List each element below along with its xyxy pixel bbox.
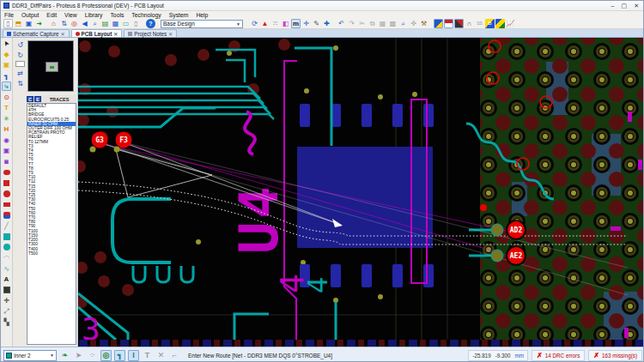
rotation-angle-field[interactable] <box>15 61 25 67</box>
make-device-icon[interactable]: ⚒ <box>419 19 428 28</box>
text-filter-icon[interactable]: T <box>142 350 153 361</box>
menu-help[interactable]: Help <box>196 12 208 18</box>
menu-technology[interactable]: Technology <box>131 12 161 18</box>
rotate-ccw-icon[interactable]: ↺ <box>15 40 25 49</box>
redo-icon[interactable]: ↷ <box>347 19 356 28</box>
tab-close-icon[interactable]: ✕ <box>113 31 118 37</box>
menu-system[interactable]: System <box>169 12 189 18</box>
tab-project-notes[interactable]: Project Notes ✕ <box>124 29 177 37</box>
2d-arc-mode-icon[interactable]: ◠ <box>2 253 11 262</box>
selection-mode-icon[interactable]: ➤ <box>0 37 13 50</box>
pcb-canvas[interactable]: U4 4 4 3 <box>78 38 644 347</box>
menu-edit[interactable]: Edit <box>46 12 57 18</box>
metric-toggle[interactable]: m <box>291 19 301 28</box>
terminal-icon[interactable]: ▭ <box>121 19 131 28</box>
menu-library[interactable]: Library <box>85 12 103 18</box>
diff-pair-icon[interactable] <box>444 19 453 28</box>
smd-pad-circle-icon[interactable] <box>2 189 11 198</box>
trace-angle-icon[interactable] <box>454 19 464 28</box>
square-pad-mode-icon[interactable]: ▣ <box>2 146 11 155</box>
new-project-icon[interactable]: ▯ <box>3 19 13 28</box>
grid-toggle-icon[interactable]: ⁙ <box>270 19 280 28</box>
route-mode-icon[interactable]: ⤷ <box>2 81 11 91</box>
edit-style-button[interactable]: E <box>34 96 41 102</box>
close-icon[interactable]: ✕ <box>634 2 639 10</box>
block-rotate-icon[interactable]: ▩ <box>388 19 398 28</box>
drc-icon[interactable] <box>434 19 443 28</box>
library-icon[interactable]: ▤ <box>100 19 110 28</box>
via-mode-icon[interactable]: ⊙ <box>2 93 11 102</box>
drc-error-indicator[interactable]: ✗ 14 DRC errors <box>532 350 585 361</box>
zone-filter-icon[interactable]: ✕ <box>155 350 167 361</box>
selection-filter-icon[interactable]: ➤ <box>73 350 84 361</box>
overview-minimap[interactable] <box>27 40 74 92</box>
create-style-button[interactable]: C <box>27 96 33 102</box>
dil-pad-mode-icon[interactable]: ◙ <box>2 157 11 166</box>
pick-icon[interactable]: ✜ <box>409 19 418 28</box>
minimize-icon[interactable]: – <box>611 2 615 10</box>
menu-output[interactable]: Output <box>21 12 39 18</box>
component-transfer-icon[interactable]: ⇅ <box>59 19 69 28</box>
menu-tools[interactable]: Tools <box>110 12 124 18</box>
redraw-icon[interactable]: ⟳ <box>250 19 259 28</box>
pin-mode-icon[interactable]: T <box>2 103 11 112</box>
track-mode-icon[interactable]: ┓ <box>2 71 11 81</box>
tab-close-icon[interactable]: ✕ <box>61 31 65 37</box>
snap-icon[interactable]: ✚ <box>322 19 331 28</box>
notes-page-icon[interactable]: ▯ <box>131 19 141 28</box>
menu-view[interactable]: View <box>64 12 77 18</box>
marker-mode-icon[interactable]: ✛ <box>2 296 11 305</box>
highlight-mode-icon[interactable]: H <box>2 124 11 134</box>
pencil-icon[interactable]: ✎ <box>312 19 321 28</box>
pad-filter-icon[interactable]: ⁘ <box>87 350 98 361</box>
length-match-icon[interactable]: SS <box>475 19 484 28</box>
dimension-mode-icon[interactable]: ⤢ <box>2 307 11 317</box>
layer-selector[interactable]: Inner 2 ▼ <box>3 350 57 361</box>
import-icon[interactable]: ➜ <box>34 19 44 28</box>
net-highlight-icon[interactable]: ∩ <box>465 19 474 28</box>
2d-box-mode-icon[interactable] <box>2 232 11 241</box>
round-pad-mode-icon[interactable]: ◉ <box>2 136 11 145</box>
design-selector[interactable]: Base Design ▼ <box>161 20 243 28</box>
corner-mode-icon[interactable]: ⌐ <box>169 350 180 361</box>
3d-visualizer-icon[interactable] <box>495 19 505 28</box>
2d-line-mode-icon[interactable]: ╱ <box>2 221 11 231</box>
trace-style-list[interactable]: DEFAULT4THBRIDGEEUROCIRCUITS 0.25INNER 5… <box>27 103 76 345</box>
false-origin-icon[interactable]: ✛ <box>301 19 311 28</box>
smd-pad-rect-icon[interactable] <box>2 200 11 209</box>
2d-symbol-mode-icon[interactable] <box>2 286 11 295</box>
chip-icon[interactable]: ▦ <box>111 19 120 28</box>
cut-icon[interactable]: ✂ <box>357 19 367 28</box>
smd-pad-rounded-icon[interactable] <box>2 167 11 177</box>
search-icon[interactable]: ⌕ <box>90 19 100 28</box>
help-icon[interactable]: ? <box>146 19 155 28</box>
rotate-cw-icon[interactable]: ↻ <box>15 51 25 59</box>
component-mode-icon[interactable]: ◆ <box>2 50 11 59</box>
home-icon[interactable]: ⌂ <box>49 19 58 28</box>
auto-router-icon[interactable]: ▲ <box>260 19 270 28</box>
origin-mode-icon[interactable]: ▚ <box>2 317 11 327</box>
open-project-icon[interactable]: ⬒ <box>14 19 23 28</box>
teardrop-icon[interactable]: ❧ <box>59 350 70 361</box>
copy-icon[interactable]: ⧉ <box>368 19 377 28</box>
package-mode-icon[interactable]: ▣ <box>2 60 11 69</box>
layer-cube-icon[interactable]: ◧ <box>281 19 290 28</box>
mirror-y-icon[interactable]: ⇅ <box>15 79 25 87</box>
via-filter-icon[interactable]: ◎ <box>100 350 112 361</box>
2d-text-mode-icon[interactable]: A <box>2 275 11 284</box>
ratsnest-mode-icon[interactable]: ✳ <box>2 114 11 124</box>
trace-filter-icon[interactable]: ┓ <box>114 350 125 361</box>
padstack-mode-icon[interactable] <box>2 210 11 220</box>
block-move-icon[interactable]: ▦ <box>378 19 387 28</box>
mirror-x-icon[interactable]: ⇄ <box>15 69 25 77</box>
play-icon[interactable]: ◀ <box>80 19 89 28</box>
drag-filter-icon[interactable]: Ι <box>128 350 139 361</box>
maximize-icon[interactable]: ▢ <box>622 2 628 10</box>
menu-file[interactable]: File <box>4 12 14 18</box>
tab-schematic-capture[interactable]: Schematic Capture ✕ <box>3 29 70 37</box>
zoom-find-icon[interactable]: ⌕ <box>398 19 408 28</box>
graph-icon[interactable]: 📈 <box>506 19 515 28</box>
tab-close-icon[interactable]: ✕ <box>168 31 173 37</box>
2d-path-mode-icon[interactable]: ∿ <box>2 264 11 274</box>
ratsnest-missing-indicator[interactable]: ✗ 163 missing(s) <box>588 350 642 361</box>
